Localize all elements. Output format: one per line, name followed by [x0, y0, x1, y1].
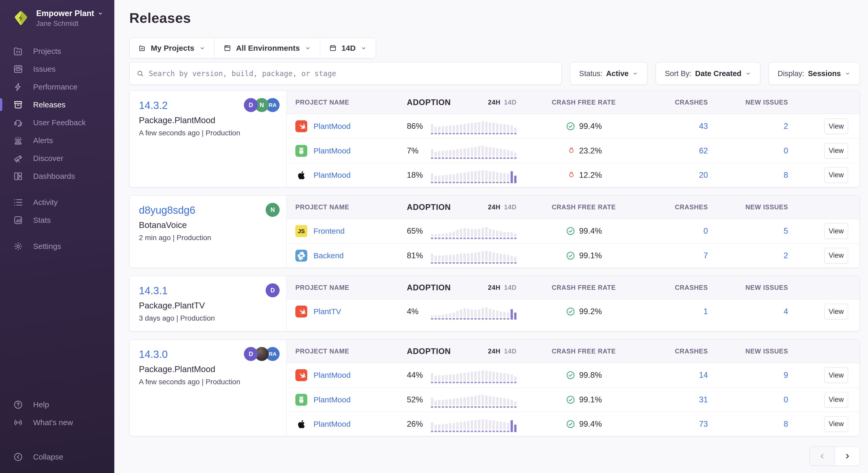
toggle-14d[interactable]: 14D	[504, 203, 517, 211]
new-issues-count[interactable]: 5	[784, 227, 788, 235]
toggle-24h[interactable]: 24H	[488, 203, 500, 211]
project-link[interactable]: PlantMood	[313, 171, 350, 180]
display-dropdown[interactable]: Display:Sessions	[769, 62, 860, 85]
sidebar-collapse-button[interactable]: Collapse	[0, 448, 114, 466]
project-link[interactable]: Backend	[313, 251, 344, 260]
crashes-count[interactable]: 14	[699, 371, 708, 380]
nav-group: Settings	[0, 237, 114, 255]
whats-new-icon	[13, 417, 23, 428]
sidebar-item-discover[interactable]: Discover	[0, 149, 114, 167]
release-info-panel: 14.3.1Package.PlantTV3 days ago | Produc…	[130, 276, 286, 331]
project-link[interactable]: PlantTV	[313, 307, 341, 316]
android-icon	[296, 394, 307, 406]
chevron-down-icon	[304, 45, 311, 52]
release-version-link[interactable]: 14.3.1	[139, 285, 277, 297]
crashes-count[interactable]: 7	[704, 251, 708, 260]
view-button[interactable]: View	[824, 304, 848, 319]
crashes-count[interactable]: 1	[704, 307, 708, 316]
new-issues-count[interactable]: 0	[784, 395, 788, 404]
toggle-24h[interactable]: 24H	[488, 284, 500, 291]
new-issues-count[interactable]: 9	[784, 371, 788, 380]
sidebar-item-label: Dashboards	[33, 172, 75, 181]
project-link[interactable]: Frontend	[313, 227, 344, 235]
crashes-count[interactable]: 0	[704, 227, 708, 235]
crashes-count[interactable]: 62	[699, 146, 708, 155]
adoption-value: 18%	[407, 171, 430, 180]
column-header-new-issues: New Issues	[708, 98, 788, 106]
crash-ok-icon	[566, 306, 576, 317]
search-box[interactable]	[129, 62, 562, 85]
new-issues-count[interactable]: 0	[784, 146, 788, 155]
sidebar-item-performance[interactable]: Performance	[0, 78, 114, 96]
view-button[interactable]: View	[824, 248, 848, 263]
sidebar-item-stats[interactable]: Stats	[0, 211, 114, 229]
toggle-14d[interactable]: 14D	[504, 284, 517, 291]
sidebar-item-issues[interactable]: Issues	[0, 60, 114, 78]
collapse-icon	[13, 452, 23, 462]
project-filter-button[interactable]: My Projects	[130, 38, 214, 58]
crashes-count[interactable]: 20	[699, 171, 708, 180]
pagination-prev-button[interactable]	[810, 447, 835, 466]
crashes-count[interactable]: 73	[699, 419, 708, 428]
sidebar-item-what-s-new[interactable]: What's new	[0, 413, 114, 431]
apple-icon	[296, 169, 307, 181]
sidebar-item-user-feedback[interactable]: User Feedback	[0, 114, 114, 131]
sidebar-item-activity[interactable]: Activity	[0, 193, 114, 211]
view-button[interactable]: View	[824, 119, 848, 134]
sidebar-item-dashboards[interactable]: Dashboards	[0, 167, 114, 185]
view-button[interactable]: View	[824, 223, 848, 239]
project-link[interactable]: PlantMood	[313, 420, 350, 428]
release-avatars: D	[269, 283, 280, 297]
sidebar-item-settings[interactable]: Settings	[0, 237, 114, 255]
sidebar-item-projects[interactable]: Projects	[0, 42, 114, 60]
release-version-link[interactable]: d8yug8sdg6	[139, 204, 277, 216]
new-issues-count[interactable]: 4	[784, 307, 788, 316]
column-header-adoption: Adoption	[407, 203, 430, 212]
org-switcher[interactable]: Empower Plant Jane Schmidt	[0, 9, 114, 28]
view-button[interactable]: View	[824, 392, 848, 408]
sidebar-item-help[interactable]: Help	[0, 396, 114, 413]
crashes-count[interactable]: 31	[699, 395, 708, 404]
environment-filter-button[interactable]: All Environments	[214, 38, 320, 58]
release-card: 14.3.0Package.PlantMoodA few seconds ago…	[129, 339, 860, 436]
view-button[interactable]: View	[824, 143, 848, 158]
release-info-panel: 14.3.0Package.PlantMoodA few seconds ago…	[130, 340, 286, 436]
sidebar-item-releases[interactable]: Releases	[0, 96, 114, 114]
search-input[interactable]	[149, 69, 555, 78]
stats-icon	[13, 215, 23, 225]
toggle-24h[interactable]: 24H	[488, 348, 500, 355]
adoption-sparkline	[431, 248, 517, 264]
new-issues-count[interactable]: 2	[784, 251, 788, 260]
view-button[interactable]: View	[824, 416, 848, 432]
new-issues-count[interactable]: 2	[784, 122, 788, 131]
toggle-14d[interactable]: 14D	[504, 348, 517, 355]
toggle-24h[interactable]: 24H	[488, 98, 500, 106]
project-link[interactable]: PlantMood	[313, 395, 350, 404]
sidebar-item-alerts[interactable]: Alerts	[0, 131, 114, 149]
calendar-icon	[329, 44, 337, 52]
table-row: PlantTV4%99.2%14View	[286, 299, 860, 324]
toggle-14d[interactable]: 14D	[504, 98, 517, 106]
new-issues-count[interactable]: 8	[784, 419, 788, 428]
project-link[interactable]: PlantMood	[313, 122, 350, 131]
view-button[interactable]: View	[824, 367, 848, 383]
date-range-button[interactable]: 14D	[320, 38, 376, 58]
column-header-adoption: Adoption	[407, 283, 430, 292]
chevron-down-icon	[97, 10, 103, 17]
new-issues-count[interactable]: 8	[784, 171, 788, 180]
project-link[interactable]: PlantMood	[313, 371, 350, 380]
project-link[interactable]: PlantMood	[313, 146, 350, 155]
pagination	[129, 447, 860, 466]
sort-by-dropdown[interactable]: Sort By:Date Created	[656, 62, 760, 85]
crash-fire-icon	[566, 146, 576, 156]
view-button[interactable]: View	[824, 168, 848, 183]
adoption-value: 52%	[407, 395, 430, 405]
avatar: D	[244, 98, 258, 112]
status-dropdown[interactable]: Status:Active	[570, 62, 647, 85]
javascript-icon: JS	[296, 225, 307, 237]
crashes-count[interactable]: 43	[699, 122, 708, 131]
crash-free-cell: 23.2%	[517, 146, 651, 156]
column-header-new-issues: New Issues	[708, 203, 788, 211]
avatar: D	[244, 347, 258, 361]
pagination-next-button[interactable]	[835, 447, 860, 466]
